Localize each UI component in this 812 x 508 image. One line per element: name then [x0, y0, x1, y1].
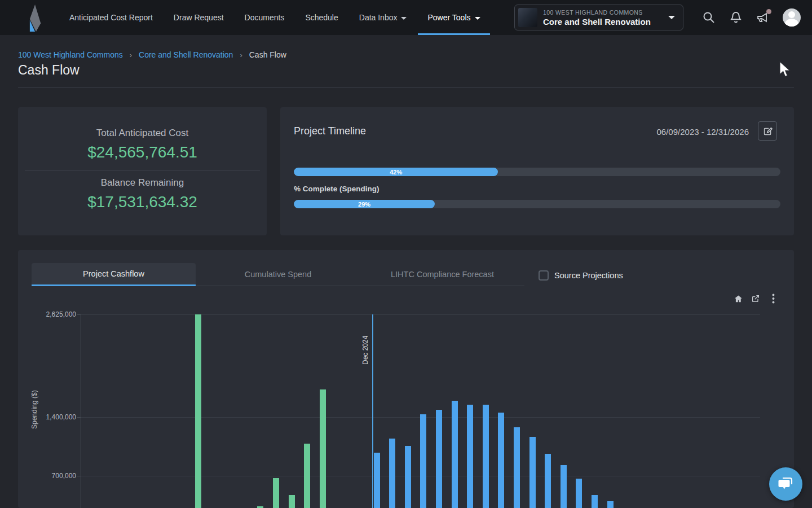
bar-projected-mar-2025[interactable]: [420, 414, 426, 508]
project-thumbnail: [518, 8, 537, 27]
progress-fill: 42%: [294, 168, 498, 176]
project-selector-text: 100 WEST HIGHLAND COMMONS Core and Shell…: [543, 9, 663, 27]
divider: [25, 170, 260, 171]
nav-item-data-inbox[interactable]: Data Inbox: [358, 0, 408, 35]
breadcrumb-separator: ›: [130, 51, 132, 59]
anticipated-cost-card: Total Anticipated Cost $24,565,764.51 Ba…: [18, 107, 267, 235]
bar-actual-jul-2024[interactable]: [289, 495, 295, 508]
progress-fill: 29%: [294, 200, 435, 208]
notification-dot: [766, 9, 771, 14]
scheduled-days-progressbar: 42%: [294, 168, 780, 176]
bar-projected-mar-2026[interactable]: [607, 501, 614, 508]
nav-item-label: Documents: [245, 13, 285, 22]
total-anticipated-cost-value: $24,565,764.51: [18, 143, 267, 161]
bar-projected-jun-2025[interactable]: [467, 405, 473, 508]
spending-label: % Complete (Spending): [294, 185, 379, 193]
nav-icon-group: [701, 0, 801, 35]
nav-item-documents[interactable]: Documents: [244, 0, 286, 35]
mouse-cursor: [779, 61, 792, 79]
bar-projected-apr-2025[interactable]: [436, 410, 442, 508]
nav-item-anticipated-cost-report[interactable]: Anticipated Cost Report: [68, 0, 154, 35]
axis-tick: [77, 476, 81, 476]
progress-percent: 42%: [294, 168, 498, 176]
breadcrumb-link-subproject[interactable]: Core and Shell Renovation: [139, 50, 233, 59]
timeline-title: Project Timeline: [294, 125, 366, 137]
gridline: [81, 314, 760, 315]
nav-item-label: Schedule: [305, 13, 338, 22]
y-tick-label: 700,000: [26, 472, 76, 480]
breadcrumb-separator: ›: [240, 51, 242, 59]
y-axis-line: [81, 314, 81, 508]
app-logo-icon[interactable]: [25, 5, 46, 32]
bar-actual-sep-2024[interactable]: [320, 389, 326, 508]
notifications-button[interactable]: [729, 10, 743, 25]
bar-actual-jan-2024[interactable]: [195, 314, 201, 508]
avatar[interactable]: [783, 8, 801, 27]
cashflow-chart-card: Project Cashflow Cumulative Spend LIHTC …: [18, 250, 794, 508]
y-tick-label: 1,400,000: [26, 413, 76, 421]
axis-tick: [77, 417, 81, 418]
bar-projected-feb-2025[interactable]: [405, 446, 411, 508]
app-window: Anticipated Cost Report Draw Request Doc…: [0, 0, 812, 508]
cashflow-bar-chart: Spending ($) 2,625,0001,400,000700,000De…: [18, 250, 794, 508]
nav-item-schedule[interactable]: Schedule: [304, 0, 339, 35]
bar-projected-oct-2025[interactable]: [529, 437, 536, 508]
nav-item-label: Power Tools: [427, 13, 470, 22]
bar-projected-nov-2025[interactable]: [545, 454, 551, 508]
page-title: Cash Flow: [18, 63, 80, 78]
nav-item-label: Data Inbox: [359, 13, 398, 22]
bar-projected-jan-2026[interactable]: [576, 479, 582, 508]
timeline-date-range: 06/09/2023 - 12/31/2026: [657, 127, 749, 137]
bar-projected-sep-2025[interactable]: [514, 427, 520, 508]
project-timeline-card: Project Timeline 06/09/2023 - 12/31/2026…: [280, 107, 794, 235]
project-name: 100 WEST HIGHLAND COMMONS: [543, 9, 663, 16]
top-nav: Anticipated Cost Report Draw Request Doc…: [0, 0, 812, 35]
y-axis-title: Spending ($): [30, 367, 38, 452]
subproject-name: Core and Shell Renovation: [543, 17, 663, 27]
bar-projected-may-2025[interactable]: [452, 401, 458, 508]
search-icon: [702, 11, 716, 24]
chevron-down-icon: [401, 17, 407, 20]
chat-launcher-button[interactable]: [769, 467, 802, 501]
announcements-button[interactable]: [756, 10, 770, 25]
nav-item-label: Draw Request: [174, 13, 224, 22]
y-tick-label: 2,625,000: [26, 310, 76, 318]
nav-item-power-tools[interactable]: Power Tools: [426, 0, 481, 35]
nav-item-draw-request[interactable]: Draw Request: [173, 0, 225, 35]
nav-item-label: Anticipated Cost Report: [69, 13, 153, 22]
search-button[interactable]: [701, 10, 716, 25]
bell-icon: [729, 11, 743, 24]
bar-projected-aug-2025[interactable]: [498, 413, 504, 508]
breadcrumb-link-project[interactable]: 100 West Highland Commons: [18, 50, 123, 59]
chevron-down-icon: [668, 16, 675, 19]
bar-actual-jun-2024[interactable]: [273, 478, 279, 508]
axis-tick: [77, 314, 81, 315]
breadcrumb: 100 West Highland Commons › Core and She…: [18, 50, 286, 59]
bar-projected-dec-2025[interactable]: [561, 465, 567, 508]
project-selector[interactable]: 100 WEST HIGHLAND COMMONS Core and Shell…: [514, 5, 683, 30]
bar-actual-aug-2024[interactable]: [304, 444, 310, 508]
spending-progressbar: 29%: [294, 200, 780, 208]
progress-percent: 29%: [294, 200, 435, 208]
balance-remaining-value: $17,531,634.32: [18, 193, 267, 211]
bar-projected-jul-2025[interactable]: [483, 405, 489, 508]
breadcrumb-current: Cash Flow: [249, 50, 286, 59]
nav-menu: Anticipated Cost Report Draw Request Doc…: [68, 0, 482, 35]
bar-projected-feb-2026[interactable]: [592, 495, 598, 508]
chat-icon: [778, 476, 795, 492]
bar-projected-jan-2025[interactable]: [389, 439, 395, 508]
total-anticipated-cost-label: Total Anticipated Cost: [18, 128, 267, 139]
bar-projected-dec-2024[interactable]: [374, 453, 380, 508]
active-nav-underline: [418, 33, 489, 35]
marker-label: Dec 2024: [361, 325, 370, 365]
edit-icon: [763, 126, 773, 136]
divider: [18, 87, 794, 88]
balance-remaining-label: Balance Remaining: [18, 177, 267, 189]
edit-timeline-button[interactable]: [758, 121, 777, 141]
chevron-down-icon: [475, 17, 480, 20]
